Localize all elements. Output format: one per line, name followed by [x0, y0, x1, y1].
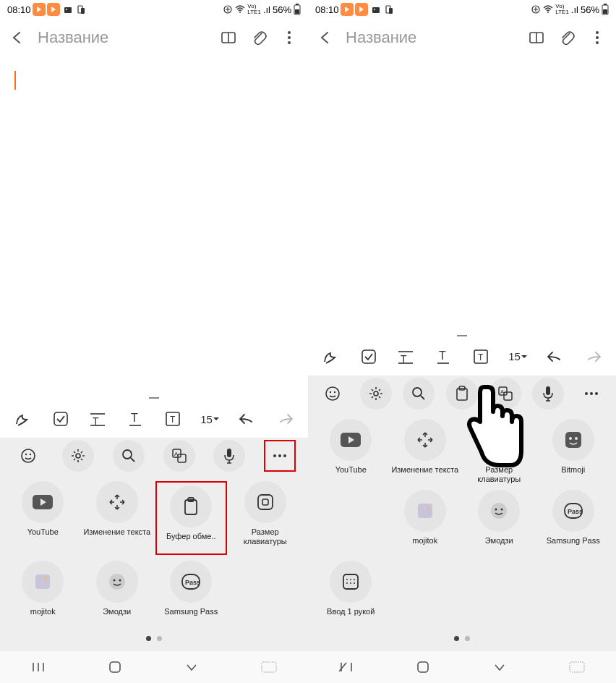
tool-onehand[interactable]: Ввод 1 рукой — [315, 561, 387, 626]
tool-youtube[interactable]: YouTube — [315, 419, 387, 484]
font-size-button[interactable]: 15 — [195, 404, 226, 434]
svg-point-44 — [109, 574, 125, 590]
svg-line-27 — [131, 458, 134, 462]
settings-gear-icon[interactable] — [360, 378, 392, 410]
tool-mojitok[interactable]: mojitok — [7, 561, 79, 626]
undo-icon[interactable] — [232, 404, 262, 434]
svg-point-12 — [288, 36, 291, 39]
notif-icon-3 — [369, 3, 382, 16]
translate-icon[interactable]: A — [489, 378, 521, 410]
smiley-icon[interactable] — [317, 378, 348, 410]
mic-icon[interactable] — [213, 440, 245, 472]
svg-point-95 — [569, 437, 572, 440]
svg-point-107 — [346, 582, 348, 584]
undo-icon[interactable] — [540, 342, 570, 372]
checkbox-icon[interactable] — [354, 342, 384, 372]
note-body[interactable] — [0, 56, 308, 400]
back-button[interactable] — [10, 30, 25, 45]
nav-home-icon[interactable] — [416, 660, 430, 674]
reading-mode-icon[interactable] — [220, 29, 237, 46]
svg-rect-7 — [296, 4, 299, 5]
text-style-icon[interactable]: T — [390, 342, 421, 372]
status-bar: 08:10 Vo)LTE1 .ıl 56% — [0, 0, 308, 19]
svg-point-22 — [22, 449, 35, 462]
svg-rect-103 — [343, 574, 358, 589]
svg-rect-39 — [262, 499, 268, 505]
note-body[interactable] — [308, 56, 616, 338]
pen-icon[interactable] — [316, 342, 346, 372]
page-dot-1 — [454, 636, 459, 641]
svg-rect-62 — [603, 9, 607, 14]
text-underline-icon[interactable]: T — [120, 404, 150, 434]
tool-keyboard-size[interactable]: Размер клавиатуры — [230, 481, 301, 555]
smiley-icon[interactable] — [12, 440, 44, 472]
page-indicator[interactable] — [0, 629, 308, 651]
text-box-icon[interactable]: T — [466, 342, 496, 372]
text-style-icon[interactable]: T — [82, 404, 113, 434]
svg-rect-0 — [64, 7, 72, 13]
kb-top-row: A — [0, 438, 308, 474]
redo-icon[interactable] — [578, 342, 608, 372]
svg-rect-43 — [35, 574, 50, 589]
svg-rect-31 — [227, 449, 231, 457]
font-size-button[interactable]: 15 — [503, 342, 534, 372]
pen-icon[interactable] — [8, 404, 38, 434]
search-icon[interactable] — [113, 440, 145, 472]
svg-rect-93 — [496, 437, 502, 443]
settings-gear-icon[interactable] — [62, 440, 94, 472]
redo-icon[interactable] — [270, 404, 300, 434]
more-dots-icon[interactable] — [264, 440, 296, 472]
title-input[interactable]: Название — [346, 28, 515, 47]
title-input[interactable]: Название — [38, 28, 207, 47]
tool-clipboard[interactable]: Буфер обме.. — [155, 481, 227, 555]
nav-keyboard-icon[interactable] — [261, 661, 277, 673]
translate-icon[interactable]: A — [163, 440, 195, 472]
attach-icon[interactable] — [250, 29, 268, 46]
tool-youtube[interactable]: YouTube — [7, 481, 79, 555]
nav-back-icon[interactable] — [492, 660, 507, 674]
data-saver-icon — [223, 4, 233, 14]
scroll-indicator — [149, 397, 159, 399]
notif-icon-4 — [76, 4, 86, 14]
nav-keyboard-icon[interactable] — [569, 661, 585, 673]
svg-rect-68 — [362, 350, 375, 363]
tool-bitmoji[interactable]: Bitmoji — [538, 419, 609, 484]
svg-rect-8 — [295, 9, 299, 14]
more-dots-icon[interactable] — [576, 378, 607, 410]
attach-icon[interactable] — [558, 29, 576, 46]
search-icon[interactable] — [403, 378, 435, 410]
back-button[interactable] — [318, 30, 333, 45]
tool-mojitok[interactable]: mojitok — [390, 490, 461, 555]
tool-samsung-pass[interactable]: Pass Samsung Pass — [538, 490, 609, 555]
page-indicator[interactable] — [308, 629, 616, 651]
svg-point-25 — [76, 454, 80, 458]
tool-samsung-pass[interactable]: Pass Samsung Pass — [155, 561, 227, 626]
svg-rect-52 — [110, 662, 120, 672]
text-underline-icon[interactable]: T — [428, 342, 458, 372]
svg-point-89 — [590, 392, 593, 395]
svg-point-46 — [119, 580, 121, 582]
svg-rect-92 — [492, 433, 506, 447]
nav-back-icon[interactable] — [184, 660, 199, 674]
tool-keyboard-size[interactable]: Размер клавиатуры — [463, 419, 535, 484]
nav-recents-icon[interactable] — [339, 660, 354, 674]
nav-home-icon[interactable] — [108, 660, 122, 674]
notif-icon-1 — [33, 3, 46, 16]
more-menu-icon[interactable] — [589, 29, 606, 46]
svg-point-65 — [596, 31, 599, 34]
nav-recents-icon[interactable] — [31, 660, 46, 674]
tool-emoji[interactable]: Эмодзи — [463, 490, 535, 555]
svg-point-55 — [374, 9, 375, 10]
svg-point-98 — [491, 503, 507, 519]
checkbox-icon[interactable] — [46, 404, 76, 434]
text-box-icon[interactable]: T — [158, 404, 188, 434]
tool-resize-text[interactable]: Изменение текста — [390, 419, 461, 484]
tool-grid: YouTube Изменение текста Размер клавиату… — [308, 412, 616, 629]
svg-rect-114 — [570, 662, 584, 672]
clipboard-small-icon[interactable] — [446, 378, 478, 410]
tool-emoji[interactable]: Эмодзи — [82, 561, 153, 626]
more-menu-icon[interactable] — [281, 29, 298, 46]
reading-mode-icon[interactable] — [528, 29, 545, 46]
tool-resize-text[interactable]: Изменение текста — [82, 481, 153, 555]
mic-icon[interactable] — [532, 378, 564, 410]
